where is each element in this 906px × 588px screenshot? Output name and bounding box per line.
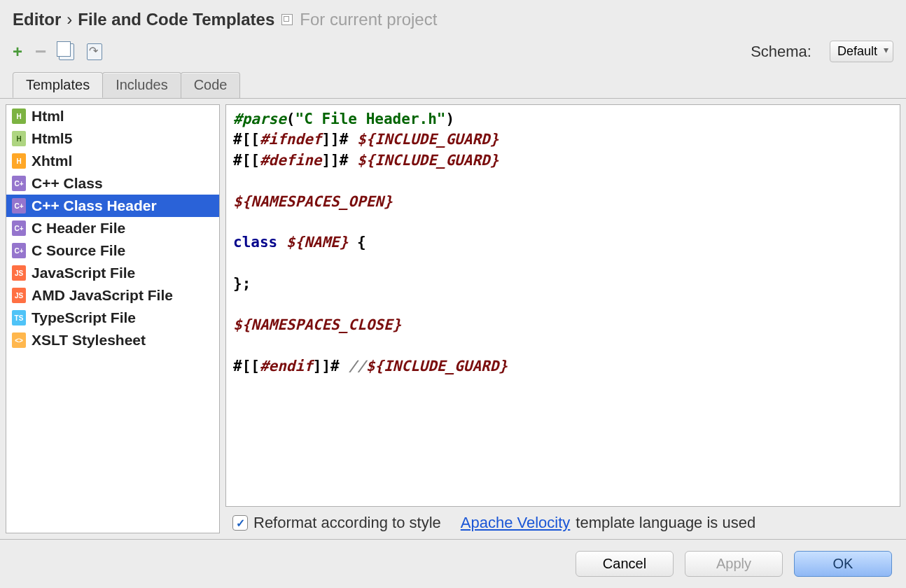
project-scope-label: For current project [300, 10, 437, 29]
reformat-label: Reformat according to style [253, 514, 441, 532]
list-item[interactable]: JSAMD JavaScript File [6, 284, 219, 307]
list-item[interactable]: HXhtml [6, 150, 219, 172]
list-item[interactable]: C+C++ Class [6, 172, 219, 195]
breadcrumb-separator: › [67, 10, 72, 29]
add-icon[interactable]: + [13, 42, 22, 62]
xhtml-icon: H [12, 153, 26, 169]
cancel-button[interactable]: Cancel [576, 551, 674, 577]
html5-icon: H [12, 131, 26, 146]
code-editor[interactable]: #parse("C File Header.h") #[[#ifndef]]# … [225, 104, 900, 507]
breadcrumb: Editor › File and Code Templates [13, 10, 274, 29]
html-icon: H [12, 108, 26, 124]
list-item[interactable]: C+C Source File [6, 239, 219, 262]
list-item[interactable]: <>XSLT Stylesheet [6, 329, 219, 351]
ts-icon: TS [12, 310, 26, 326]
breadcrumb-part-templates: File and Code Templates [78, 10, 274, 29]
cpp-icon: C+ [12, 176, 26, 191]
list-item[interactable]: HHtml [6, 105, 219, 127]
editor-pane: #parse("C File Header.h") #[[#ifndef]]# … [225, 104, 900, 533]
schema-label: Schema: [751, 43, 811, 61]
dialog-footer: Cancel Apply OK [0, 540, 906, 588]
cpp-icon: C+ [12, 198, 26, 214]
velocity-link[interactable]: Apache Velocity [461, 514, 571, 532]
list-item[interactable]: HHtml5 [6, 127, 219, 150]
tab-includes[interactable]: Includes [102, 72, 181, 98]
reformat-checkbox[interactable]: ✓ [232, 515, 248, 531]
xslt-icon: <> [12, 332, 26, 348]
velocity-suffix: template language is used [576, 514, 755, 532]
list-item[interactable]: TSTypeScript File [6, 307, 219, 329]
toolbar: + − Schema: Default [0, 36, 906, 62]
template-list[interactable]: HHtml HHtml5 HXhtml C+C++ Class C+C++ Cl… [6, 104, 220, 533]
breadcrumb-part-editor[interactable]: Editor [13, 10, 61, 29]
tabs: Templates Includes Code [0, 62, 906, 98]
js-icon: JS [12, 288, 26, 303]
cpp-icon: C+ [12, 220, 26, 236]
dialog-header: Editor › File and Code Templates For cur… [0, 0, 906, 36]
schema-dropdown[interactable]: Default [830, 41, 893, 62]
list-item[interactable]: JSJavaScript File [6, 262, 219, 284]
schema-value: Default [837, 44, 877, 58]
list-item[interactable]: C+C++ Class Header [6, 195, 219, 217]
editor-options: ✓ Reformat according to style Apache Vel… [225, 507, 900, 533]
ok-button[interactable]: OK [794, 551, 892, 577]
export-icon[interactable] [87, 43, 102, 60]
tab-code[interactable]: Code [181, 72, 241, 98]
list-item[interactable]: C+C Header File [6, 217, 219, 239]
project-scope-icon [281, 14, 293, 25]
copy-icon[interactable] [59, 43, 74, 60]
remove-icon: − [35, 47, 46, 57]
main-area: HHtml HHtml5 HXhtml C+C++ Class C+C++ Cl… [0, 98, 906, 540]
apply-button: Apply [685, 551, 783, 577]
tab-templates[interactable]: Templates [13, 72, 103, 98]
js-icon: JS [12, 265, 26, 281]
cpp-icon: C+ [12, 243, 26, 258]
